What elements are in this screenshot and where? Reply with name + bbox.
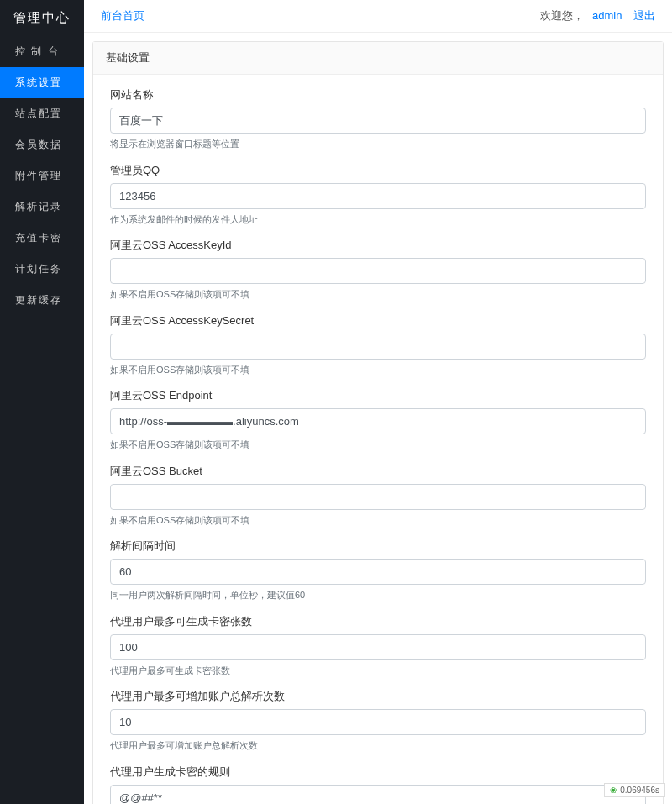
admin-qq-label: 管理员QQ: [110, 163, 646, 178]
parse-interval-input[interactable]: [110, 559, 646, 585]
parse-interval-label: 解析间隔时间: [110, 539, 646, 554]
max-parse-help: 代理用户最多可增加账户总解析次数: [110, 738, 646, 753]
oss-key-input[interactable]: [110, 258, 646, 284]
oss-bucket-help: 如果不启用OSS存储则该项可不填: [110, 513, 646, 528]
oss-endpoint-label: 阿里云OSS Endpoint: [110, 388, 646, 403]
sidebar-item-dashboard[interactable]: 控 制 台: [0, 36, 84, 67]
sidebar-item-site[interactable]: 站点配置: [0, 98, 84, 129]
card-rule-input[interactable]: [110, 785, 646, 805]
sidebar-title: 管理中心: [0, 0, 84, 36]
max-parse-label: 代理用户最多可增加账户总解析次数: [110, 689, 646, 704]
sidebar-item-parse-log[interactable]: 解析记录: [0, 192, 84, 223]
oss-secret-help: 如果不启用OSS存储则该项可不填: [110, 363, 646, 377]
oss-key-help: 如果不启用OSS存储则该项可不填: [110, 287, 646, 302]
welcome-text: 欢迎您，: [540, 9, 584, 22]
max-cards-input[interactable]: [110, 634, 646, 660]
oss-bucket-input[interactable]: [110, 484, 646, 510]
home-link[interactable]: 前台首页: [101, 8, 144, 24]
perf-badge: ❀ 0.069456s: [604, 783, 665, 797]
perf-time: 0.069456s: [620, 786, 659, 795]
max-cards-label: 代理用户最多可生成卡密张数: [110, 614, 646, 629]
admin-qq-input[interactable]: [110, 183, 646, 209]
site-name-label: 网站名称: [110, 87, 646, 102]
admin-qq-help: 作为系统发邮件的时候的发件人地址: [110, 213, 646, 227]
sidebar-item-attachments[interactable]: 附件管理: [0, 160, 84, 192]
leaf-icon: ❀: [610, 786, 617, 795]
max-parse-input[interactable]: [110, 709, 646, 735]
parse-interval-help: 同一用户两次解析间隔时间，单位秒，建议值60: [110, 588, 646, 602]
panel-title: 基础设置: [93, 42, 663, 75]
sidebar-item-members[interactable]: 会员数据: [0, 129, 84, 160]
username-link[interactable]: admin: [592, 9, 622, 22]
sidebar-item-system[interactable]: 系统设置: [0, 67, 84, 98]
site-name-input[interactable]: [110, 108, 646, 134]
site-name-help: 将显示在浏览器窗口标题等位置: [110, 137, 646, 151]
sidebar-item-cron[interactable]: 计划任务: [0, 254, 84, 285]
oss-secret-label: 阿里云OSS AccessKeySecret: [110, 313, 646, 328]
sidebar: 管理中心 控 制 台 系统设置 站点配置 会员数据 附件管理 解析记录 充值卡密…: [0, 0, 84, 804]
oss-key-label: 阿里云OSS AccessKeyId: [110, 238, 646, 253]
logout-link[interactable]: 退出: [633, 9, 655, 22]
max-cards-help: 代理用户最多可生成卡密张数: [110, 664, 646, 678]
oss-bucket-label: 阿里云OSS Bucket: [110, 464, 646, 479]
topbar: 前台首页 欢迎您，admin 退出: [84, 0, 672, 33]
main: 前台首页 欢迎您，admin 退出 基础设置 网站名称 将显示在浏览器窗口标题等…: [84, 0, 672, 804]
card-rule-label: 代理用户生成卡密的规则: [110, 765, 646, 780]
oss-secret-input[interactable]: [110, 334, 646, 360]
settings-panel: 基础设置 网站名称 将显示在浏览器窗口标题等位置 管理员QQ 作为系统发邮件的时…: [92, 41, 664, 804]
sidebar-item-cards[interactable]: 充值卡密: [0, 223, 84, 254]
sidebar-item-cache[interactable]: 更新缓存: [0, 285, 84, 316]
oss-endpoint-help: 如果不启用OSS存储则该项可不填: [110, 438, 646, 452]
oss-endpoint-input[interactable]: [110, 408, 646, 434]
